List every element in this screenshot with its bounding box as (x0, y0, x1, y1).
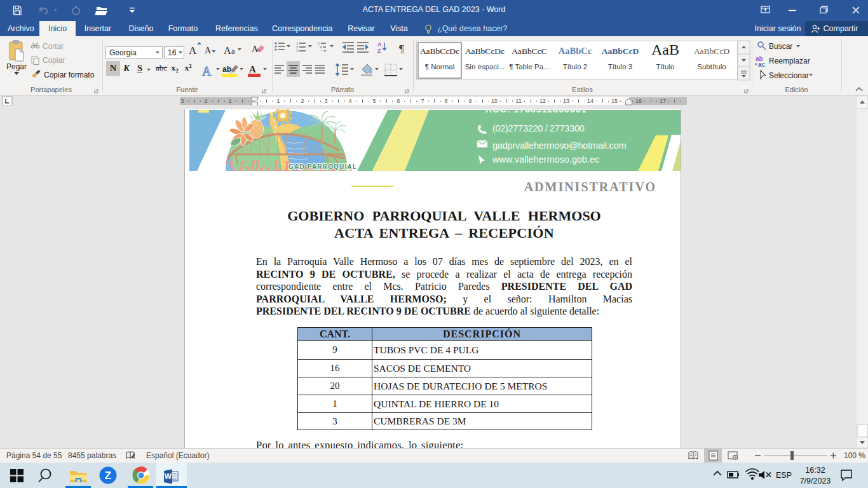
svg-text:14: 14 (587, 98, 593, 104)
svg-text:a: a (231, 46, 235, 56)
svg-text:2: 2 (204, 98, 207, 104)
svg-text:1: 1 (276, 98, 280, 104)
svg-text:11: 11 (515, 98, 521, 104)
svg-text:W: W (165, 472, 172, 481)
svg-text:15: 15 (611, 98, 618, 104)
svg-text:GAD PARROQUIAL: GAD PARROQUIAL (288, 163, 357, 170)
svg-text:A: A (249, 64, 256, 74)
svg-text:3: 3 (180, 98, 184, 104)
svg-text:9: 9 (468, 98, 471, 104)
svg-text:5: 5 (372, 98, 376, 104)
svg-text:8: 8 (444, 98, 447, 104)
svg-text:ESP: ESP (776, 471, 792, 480)
svg-text:3: 3 (296, 49, 299, 53)
svg-text:16: 16 (635, 98, 642, 104)
svg-text:16:32: 16:32 (805, 466, 825, 475)
svg-text:A: A (224, 45, 231, 56)
svg-text:Z: Z (377, 48, 381, 54)
svg-text:3: 3 (324, 98, 327, 104)
svg-text:6: 6 (397, 98, 400, 104)
svg-text:100 %: 100 % (844, 451, 865, 460)
svg-text:10: 10 (491, 98, 498, 104)
svg-text:ac: ac (758, 61, 766, 68)
svg-text:2: 2 (301, 98, 304, 104)
svg-text:7: 7 (421, 98, 424, 104)
svg-text:i: i (322, 49, 322, 53)
svg-text:13: 13 (563, 98, 569, 104)
svg-text:A: A (205, 46, 212, 55)
svg-text:4: 4 (348, 98, 351, 104)
svg-text:17: 17 (660, 98, 666, 104)
svg-text:7/9/2023: 7/9/2023 (800, 477, 831, 485)
svg-text:A: A (202, 64, 212, 78)
svg-text:¶: ¶ (399, 43, 404, 55)
svg-text:1: 1 (228, 98, 231, 104)
svg-text:12: 12 (539, 98, 546, 104)
svg-text:Z: Z (105, 470, 111, 482)
svg-text:A: A (377, 41, 382, 48)
svg-text:A: A (189, 44, 197, 57)
